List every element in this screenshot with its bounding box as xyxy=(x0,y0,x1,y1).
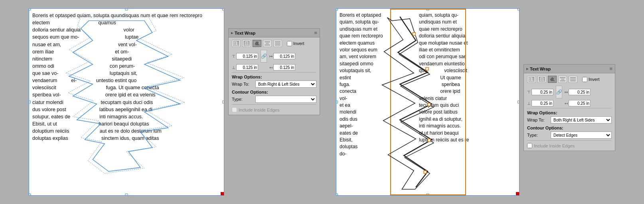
panel2-offset-bottom-group: ⊥ xyxy=(527,100,553,106)
panel1-menu-icon[interactable]: ≡ xyxy=(314,30,317,36)
text-wrap-panel-2: ▸ Text Wrap ≡ xyxy=(523,64,615,151)
panel2-type-select[interactable]: Detect Edges Alpha Channel Photoshop Pat… xyxy=(551,131,612,139)
panel1-offsets-row: ⊤ 🔗 ↦ xyxy=(232,50,316,63)
handle-mr[interactable] xyxy=(222,101,224,104)
panel1-offset-top-group: ⊤ xyxy=(232,53,258,59)
panel2-wrap-to-label: Wrap To: xyxy=(527,118,549,122)
panel1-offset-top[interactable] xyxy=(236,53,258,59)
text-wrap-panel-1: ▸ Text Wrap ≡ xyxy=(228,28,320,115)
panel1-type-row: Type: xyxy=(232,96,316,103)
panel1-wrap-to-row: Wrap To: Both Right & Left Sides Right S… xyxy=(232,80,316,88)
p2-wrap-icon-bounding[interactable] xyxy=(537,76,546,83)
left-text-frame: Boreris et optasped quiam, solupta quund… xyxy=(29,8,224,196)
panel1-invert-checkbox[interactable] xyxy=(287,41,292,46)
r-handle-tl[interactable] xyxy=(336,8,338,10)
orange-frame xyxy=(390,9,466,195)
panel1-title-left: ▸ Text Wrap xyxy=(231,31,255,35)
panel1-include-inside-row: Include Inside Edges xyxy=(232,107,316,112)
panel1-link-btn[interactable]: 🔗 xyxy=(261,50,267,63)
handle-bl[interactable] xyxy=(29,194,31,196)
p2-wrap-icon-jump[interactable] xyxy=(558,76,567,83)
svg-rect-32 xyxy=(529,78,531,81)
p2-offset-right-icon: ↦ xyxy=(565,90,568,94)
p2-wrap-icon-no-wrap[interactable] xyxy=(527,76,536,83)
panel2-sep2 xyxy=(527,140,612,141)
r-handle-ml[interactable] xyxy=(336,101,338,104)
panel2-link-btn[interactable]: 🔗 xyxy=(556,86,562,98)
panel1-offset-right[interactable] xyxy=(273,53,295,59)
panel1-offset-bottom-group: ⊥ xyxy=(232,64,258,71)
panel1-wrap-to-select[interactable]: Both Right & Left Sides Right Side Left … xyxy=(255,80,316,88)
panel1-title: Text Wrap xyxy=(235,31,255,35)
offset-bottom-icon: ⊥ xyxy=(232,65,235,70)
panel2-offset-bottom[interactable] xyxy=(531,100,553,106)
left-scene: Boreris et optasped quiam, solupta quund… xyxy=(29,8,320,196)
panel1-include-inside-label: Include Inside Edges xyxy=(239,108,279,112)
handle-ml[interactable] xyxy=(29,101,31,104)
svg-rect-44 xyxy=(561,78,564,80)
panel1-offsets-row2: ⊥ ↤ xyxy=(232,64,316,71)
handle-tr[interactable] xyxy=(222,8,224,10)
panel2-contour-options-label: Contour Options: xyxy=(527,126,612,130)
panel1-include-inside-checkbox[interactable] xyxy=(232,107,237,112)
panel2-invert-checkbox[interactable] xyxy=(582,77,587,82)
panel1-offset-left[interactable] xyxy=(273,64,295,71)
panel2-offset-top-group: ⊤ xyxy=(527,89,553,95)
panel2-body: Invert ⊤ 🔗 ↦ ⊥ xyxy=(524,73,615,151)
svg-rect-37 xyxy=(541,78,543,81)
panel2-offset-top[interactable] xyxy=(531,89,553,95)
panel1-contour-options-label: Contour Options: xyxy=(232,90,316,94)
panel2-title-bar: ▸ Text Wrap ≡ xyxy=(524,65,615,73)
panel2-include-inside-row: Include Inside Edges xyxy=(527,143,612,148)
panel2-sep1 xyxy=(527,108,612,108)
right-overflow-indicator xyxy=(516,192,519,195)
panel2-type-row: Type: Detect Edges Alpha Channel Photosh… xyxy=(527,131,612,139)
panel2-invert-text: Invert xyxy=(589,77,600,82)
panel1-collapse-icon[interactable]: ▸ xyxy=(231,31,233,35)
r-handle-bl[interactable] xyxy=(336,194,338,196)
p2-offset-top-icon: ⊤ xyxy=(527,90,531,94)
panel2-offset-left[interactable] xyxy=(569,100,591,106)
panel2-wrap-to-row: Wrap To: Both Right & Left Sides Right S… xyxy=(527,116,612,124)
handle-tl[interactable] xyxy=(29,8,31,10)
svg-rect-3 xyxy=(234,42,236,45)
p2-offset-bottom-icon: ⊥ xyxy=(527,101,531,106)
p2-wrap-icon-top-bottom[interactable] xyxy=(569,76,577,83)
panel1-wrap-options-label: Wrap Options: xyxy=(232,75,316,79)
panel2-menu-icon[interactable]: ≡ xyxy=(609,66,612,72)
panel2-include-inside-label: Include Inside Edges xyxy=(534,143,575,148)
panel2-include-inside-checkbox[interactable] xyxy=(527,143,532,148)
r-handle-mr[interactable] xyxy=(518,101,520,104)
wrap-icon-bounding[interactable] xyxy=(242,40,251,47)
handle-bm[interactable] xyxy=(125,194,128,196)
p2-wrap-icon-contour[interactable] xyxy=(548,76,557,83)
handle-tm[interactable] xyxy=(125,8,128,10)
right-text-frame: Boreris et optasped quiam, solupta qu- u… xyxy=(336,8,520,196)
panel1-sep1 xyxy=(232,72,316,73)
panel1-title-bar: ▸ Text Wrap ≡ xyxy=(229,29,320,37)
panel2-wrap-to-select[interactable]: Both Right & Left Sides Right Side Left … xyxy=(551,116,612,124)
panel2-offset-left-group: ↤ xyxy=(565,100,591,106)
wrap-icon-contour[interactable] xyxy=(253,40,261,47)
svg-rect-47 xyxy=(570,78,576,80)
overflow-indicator xyxy=(221,192,224,195)
wrap-icon-no-wrap[interactable] xyxy=(232,40,241,47)
panel2-title-left: ▸ Text Wrap xyxy=(526,67,551,71)
panel2-collapse-icon[interactable]: ▸ xyxy=(526,67,528,71)
p2-offset-left-icon: ↤ xyxy=(565,101,568,106)
panel2-wrap-options-label: Wrap Options: xyxy=(527,110,612,115)
panel1-offset-bottom[interactable] xyxy=(236,64,258,71)
panel1-offset-right-group: ↦ xyxy=(269,53,295,59)
svg-rect-8 xyxy=(245,42,248,45)
panel1-type-select[interactable] xyxy=(255,96,316,103)
panel1-type-label: Type: xyxy=(232,97,254,102)
offset-left-icon: ↤ xyxy=(269,65,273,70)
panel2-offsets-row: ⊤ 🔗 ↦ xyxy=(527,86,612,98)
panel2-offset-right[interactable] xyxy=(569,89,591,95)
wrap-icon-jump[interactable] xyxy=(263,40,272,47)
wrap-icon-top-bottom[interactable] xyxy=(273,40,282,47)
panel1-wrap-icons-row: Invert xyxy=(232,40,316,47)
panel1-body: Invert ⊤ 🔗 ↦ ⊥ xyxy=(229,37,320,115)
left-text-content: Boreris et optasped quiam, solupta quund… xyxy=(32,12,221,142)
r-handle-tr[interactable] xyxy=(518,8,520,10)
